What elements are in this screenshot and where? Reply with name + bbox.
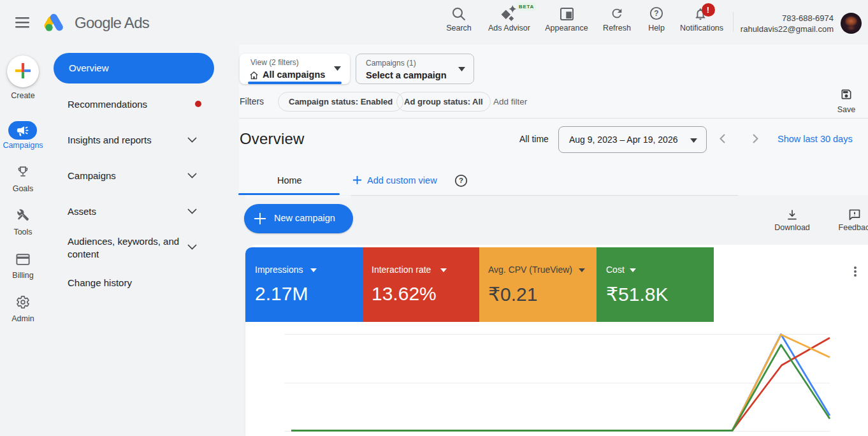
svg-text:?: ?	[459, 177, 463, 184]
svg-text:?: ?	[654, 9, 658, 18]
